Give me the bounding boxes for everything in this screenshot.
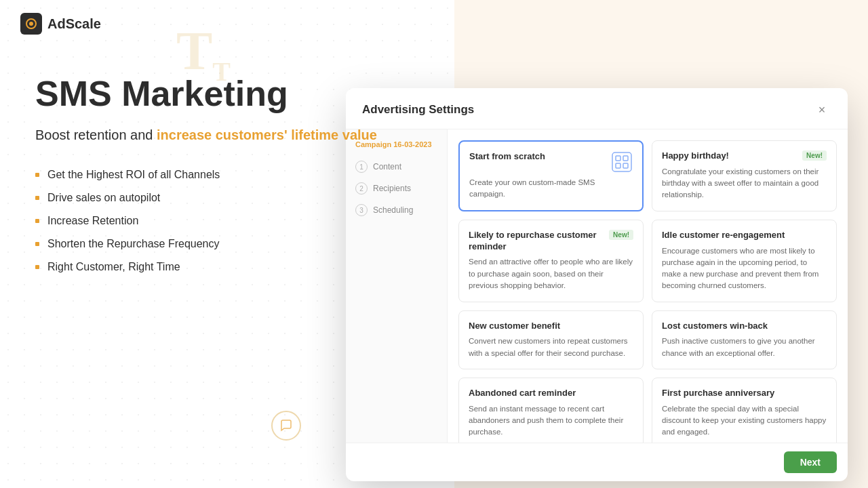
card-description: Push inactive customers to give you anot…: [662, 336, 827, 359]
template-card-new-customer[interactable]: New customer benefit Convert new custome…: [458, 310, 644, 369]
modal-footer: Next: [346, 443, 848, 481]
next-button[interactable]: Next: [784, 451, 837, 473]
card-title: Idle customer re-engagement: [662, 230, 785, 241]
svg-rect-2: [612, 152, 631, 171]
features-list: Get the Highest ROI of all ChannelsDrive…: [35, 169, 408, 273]
feature-text: Get the Highest ROI of all Channels: [47, 169, 220, 181]
feature-bullet: [35, 196, 39, 200]
card-title: First purchase anniversary: [662, 388, 774, 399]
card-header: First purchase anniversary: [662, 388, 827, 399]
card-title: Lost customers win-back: [662, 321, 768, 332]
page-title: SMS Marketing: [35, 75, 408, 113]
card-header: Happy birthday! New!: [662, 150, 827, 162]
svg-rect-4: [623, 156, 628, 161]
card-description: Create your own custom-made SMS campaign…: [469, 177, 633, 201]
header: AdScale: [0, 0, 454, 47]
feature-text: Shorten the Repurchase Frequency: [47, 238, 219, 250]
template-card-cart[interactable]: Abandoned cart reminder Send an instant …: [458, 378, 644, 443]
template-grid: Start from scratch Create your own custo…: [448, 129, 848, 443]
feature-bullet: [35, 265, 39, 269]
subtitle-plain: Boost retention and: [35, 127, 157, 142]
feature-text: Increase Retention: [47, 215, 138, 227]
new-badge: New!: [609, 230, 633, 240]
card-title: Likely to repurchase customer reminder: [469, 230, 604, 253]
scratch-icon: [611, 151, 633, 173]
feature-item: Right Customer, Right Time: [35, 261, 408, 273]
card-header: Start from scratch: [469, 151, 633, 173]
template-card-repurchase[interactable]: Likely to repurchase customer reminder N…: [458, 220, 644, 302]
card-description: Encourage customers who are most likely …: [662, 245, 827, 292]
svg-point-1: [29, 22, 33, 26]
svg-rect-3: [616, 156, 620, 161]
advertising-settings-modal: Advertising Settings × Campaign 16-03-20…: [346, 88, 848, 481]
main-content: SMS Marketing Boost retention and increa…: [35, 75, 408, 273]
card-header: Lost customers win-back: [662, 321, 827, 332]
card-title: Start from scratch: [469, 151, 545, 163]
card-header: New customer benefit: [469, 321, 633, 332]
template-card-birthday[interactable]: Happy birthday! New! Congratulate your e…: [652, 140, 837, 211]
new-badge: New!: [802, 150, 827, 161]
card-description: Send an attractive offer to people who a…: [469, 256, 633, 291]
logo-icon: [20, 13, 42, 35]
modal-body: Campaign 16-03-2023 1Content2Recipients3…: [346, 129, 848, 443]
feature-item: Increase Retention: [35, 215, 408, 227]
feature-bullet: [35, 173, 39, 177]
feature-item: Get the Highest ROI of all Channels: [35, 169, 408, 181]
modal-header: Advertising Settings ×: [346, 88, 848, 129]
svg-rect-6: [623, 163, 628, 168]
svg-rect-5: [616, 163, 620, 168]
template-card-lost[interactable]: Lost customers win-back Push inactive cu…: [652, 310, 837, 369]
subtitle: Boost retention and increase customers' …: [35, 125, 408, 144]
feature-item: Shorten the Repurchase Frequency: [35, 238, 408, 250]
card-description: Send an instant message to recent cart a…: [469, 403, 633, 439]
logo-text: AdScale: [47, 16, 101, 32]
card-title: Happy birthday!: [662, 150, 729, 162]
card-description: Congratulate your existing customers on …: [662, 166, 827, 201]
close-button[interactable]: ×: [812, 100, 831, 119]
template-card-anniversary[interactable]: First purchase anniversary Celebrate the…: [652, 378, 837, 443]
card-description: Celebrate the special day with a special…: [662, 403, 827, 439]
template-card-scratch[interactable]: Start from scratch Create your own custo…: [458, 140, 644, 211]
feature-bullet: [35, 219, 39, 223]
card-description: Convert new customers into repeat custom…: [469, 336, 633, 359]
feature-bullet: [35, 242, 39, 246]
card-header: Abandoned cart reminder: [469, 388, 633, 399]
template-card-idle[interactable]: Idle customer re-engagement Encourage cu…: [652, 220, 837, 302]
feature-item: Drive sales on autopilot: [35, 192, 408, 204]
card-header: Likely to repurchase customer reminder N…: [469, 230, 633, 253]
feature-text: Right Customer, Right Time: [47, 261, 180, 273]
card-header: Idle customer re-engagement: [662, 230, 827, 241]
card-title: Abandoned cart reminder: [469, 388, 576, 399]
chat-decoration-icon: [271, 411, 301, 441]
subtitle-highlight: increase customers' lifetime value: [157, 127, 377, 142]
logo: AdScale: [20, 13, 101, 35]
card-title: New customer benefit: [469, 321, 560, 332]
feature-text: Drive sales on autopilot: [47, 192, 160, 204]
